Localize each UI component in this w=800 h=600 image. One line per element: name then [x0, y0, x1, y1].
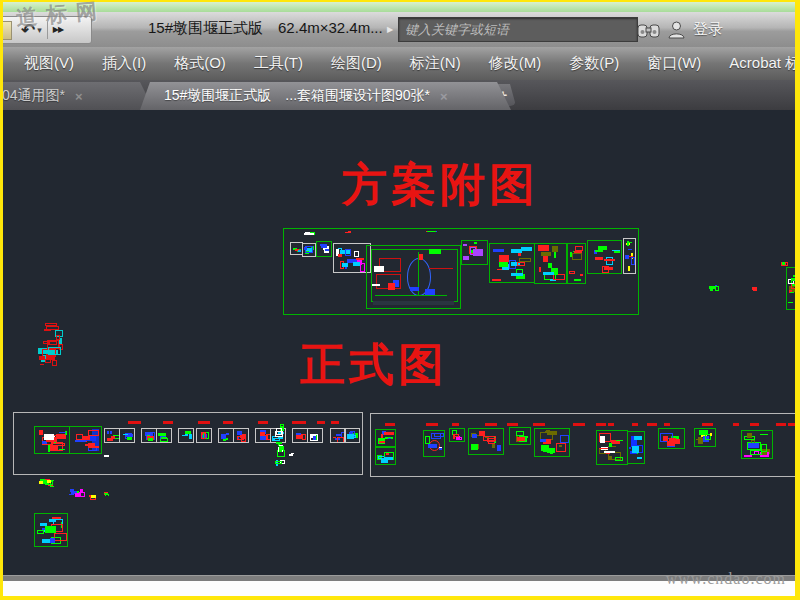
mini-drawing-28[interactable]	[375, 429, 396, 447]
chip	[325, 249, 329, 251]
canvas-sprite-7[interactable]	[751, 285, 758, 293]
mini-drawing-7[interactable]	[489, 243, 535, 283]
mini-drawing-14[interactable]	[104, 428, 120, 443]
menu-item-4[interactable]: 工具(T)	[240, 48, 317, 79]
mini-drawing-3[interactable]	[316, 241, 332, 257]
mini-drawing-12[interactable]	[34, 426, 70, 454]
tab-close-icon[interactable]: ×	[440, 89, 448, 104]
red-dash-mark	[750, 423, 759, 426]
drawing-tab-2[interactable]: 15#墩围堰正式版 ...套箱围堰设计图90张*×	[140, 82, 511, 110]
mini-drawing-8[interactable]	[534, 243, 567, 284]
canvas-sprite-12[interactable]	[274, 423, 285, 468]
canvas-sprite-6[interactable]	[708, 284, 719, 292]
chip	[161, 437, 168, 439]
mini-drawing-36[interactable]	[627, 431, 645, 464]
mini-drawing-39[interactable]	[741, 430, 773, 459]
canvas-sprite-2[interactable]	[37, 478, 54, 489]
mini-drawing-11[interactable]	[623, 238, 636, 274]
chip	[44, 329, 51, 331]
mini-drawing-29[interactable]	[375, 447, 396, 465]
chip	[345, 267, 347, 269]
menu-item-9[interactable]: 窗口(W)	[633, 48, 715, 79]
tab-close-icon[interactable]: ×	[75, 89, 83, 104]
menu-item-10[interactable]: Acrobat 标	[715, 48, 800, 79]
red-dash-mark	[452, 423, 459, 426]
canvas-sprite-10[interactable]	[342, 230, 354, 233]
chip	[59, 432, 67, 433]
mini-drawing-35[interactable]	[596, 430, 628, 465]
mini-drawing-10[interactable]	[587, 240, 622, 274]
search-expand-arrow-icon[interactable]: ▶	[387, 25, 393, 34]
chip	[569, 271, 574, 275]
mini-drawing-26[interactable]	[330, 428, 345, 443]
menu-item-3[interactable]: 格式(O)	[160, 48, 240, 79]
mini-drawing-33[interactable]	[509, 427, 531, 445]
mini-drawing-31[interactable]	[449, 428, 465, 442]
chip	[606, 257, 613, 265]
mini-drawing-16[interactable]	[141, 428, 157, 443]
mini-drawing-6[interactable]	[461, 240, 488, 265]
mini-drawing-30[interactable]	[423, 430, 445, 457]
mini-drawing-18[interactable]	[178, 428, 194, 443]
canvas-sprite-14[interactable]	[288, 452, 296, 456]
menu-item-6[interactable]: 标注(N)	[396, 48, 475, 79]
mini-drawing-27[interactable]	[345, 428, 360, 443]
chip	[56, 434, 66, 439]
chip	[497, 445, 501, 452]
canvas-title-text-1[interactable]: 方案附图	[342, 163, 538, 208]
canvas-sprite-1[interactable]	[33, 320, 65, 368]
chip	[52, 360, 58, 367]
mini-drawing-5[interactable]	[366, 245, 461, 309]
mini-drawing-22[interactable]	[255, 428, 271, 443]
document-icon	[2, 21, 12, 40]
canvas-sprite-9[interactable]	[299, 231, 325, 235]
canvas-sprite-8[interactable]	[779, 261, 788, 266]
login-button[interactable]: 登录	[693, 20, 723, 39]
mini-drawing-2[interactable]	[302, 243, 316, 257]
chip	[429, 249, 440, 254]
canvas-sprite-5[interactable]	[102, 491, 109, 496]
binoculars-icon[interactable]	[637, 21, 660, 38]
mini-drawing-21[interactable]	[233, 428, 249, 443]
chip	[782, 262, 785, 265]
red-dash-mark	[733, 423, 739, 426]
menu-item-2[interactable]: 插入(I)	[88, 48, 160, 79]
mini-drawing-38[interactable]	[694, 428, 716, 447]
mini-drawing-37[interactable]	[658, 428, 685, 449]
chip	[279, 446, 284, 450]
chip	[631, 257, 635, 265]
drawing-tab-1[interactable]: 04通用图*×	[0, 82, 154, 110]
chip	[75, 440, 87, 441]
mini-drawing-17[interactable]	[156, 428, 172, 443]
canvas-title-text-2[interactable]: 正式图	[300, 343, 447, 388]
mini-drawing-20[interactable]	[218, 428, 234, 443]
canvas-sprite-13[interactable]	[103, 453, 113, 457]
mini-drawing-19[interactable]	[196, 428, 212, 443]
chip	[381, 434, 383, 438]
model-space-canvas[interactable]: 方案附图正式图	[0, 110, 800, 575]
menu-item-7[interactable]: 修改(M)	[475, 48, 556, 79]
application-window: ↶ ▾ ▶▶ 15#墩围堰正式版 62.4m×32.4m... ▶ 登录 视图(…	[0, 0, 800, 600]
mini-drawing-13[interactable]	[69, 426, 102, 454]
search-input[interactable]	[398, 17, 638, 42]
canvas-sprite-3[interactable]	[68, 488, 85, 500]
mini-drawing-40[interactable]	[34, 513, 68, 547]
mini-drawing-9[interactable]	[567, 243, 586, 284]
mini-drawing-34[interactable]	[534, 428, 570, 457]
menu-item-5[interactable]: 绘图(D)	[317, 48, 396, 79]
chip	[628, 242, 632, 243]
chip	[427, 231, 436, 232]
mini-drawing-32[interactable]	[468, 428, 504, 455]
mini-drawing-15[interactable]	[119, 428, 135, 443]
menu-item-8[interactable]: 参数(P)	[555, 48, 633, 79]
canvas-sprite-11[interactable]	[420, 229, 446, 233]
user-icon[interactable]	[667, 20, 686, 39]
chip	[616, 440, 623, 442]
frame-border-left	[0, 0, 3, 600]
mini-drawing-24[interactable]	[292, 428, 308, 443]
mini-drawing-25[interactable]	[307, 428, 323, 443]
login-area: 登录	[637, 16, 723, 42]
canvas-sprite-4[interactable]	[88, 493, 98, 500]
menu-item-1[interactable]: 视图(V)	[10, 48, 88, 79]
chip	[543, 272, 555, 275]
